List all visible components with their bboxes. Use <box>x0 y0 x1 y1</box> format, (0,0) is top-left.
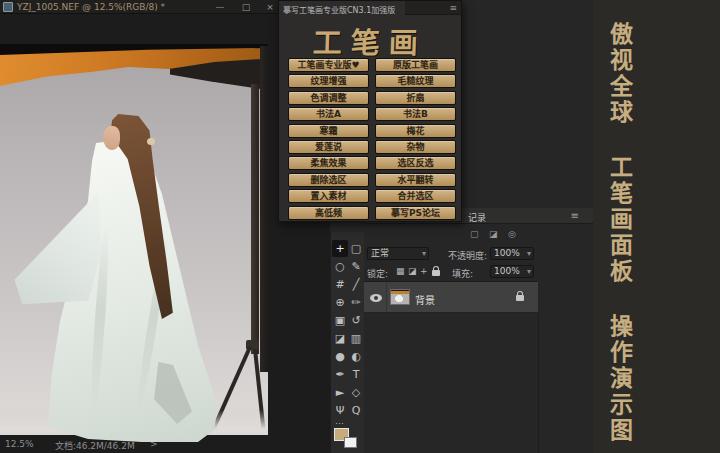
close-button[interactable]: × <box>262 1 278 13</box>
fill-select[interactable]: 100% ▾ <box>490 265 534 278</box>
canvas-image[interactable] <box>0 44 268 446</box>
layer-name: 背景 <box>415 292 435 307</box>
marquee-tool-icon[interactable]: ▢ <box>348 240 364 257</box>
filter-smart-object-icon[interactable]: ◎ <box>508 229 516 239</box>
history-brush-tool-icon[interactable]: ↺ <box>348 312 364 329</box>
type-tool-icon[interactable]: T <box>348 366 364 383</box>
path-select-tool-icon[interactable]: ► <box>332 384 348 401</box>
gongbi-panel-title: 工笔画 <box>278 19 461 61</box>
divider <box>386 282 387 312</box>
gongbi-button-frequency-separation[interactable]: 高低频 <box>288 206 369 220</box>
layer-visibility-eye-icon[interactable] <box>370 294 382 302</box>
eyedropper-tool-icon[interactable]: ╱ <box>348 276 364 293</box>
lock-transparent-icon[interactable]: ▦ <box>396 266 405 276</box>
gongbi-button-grid: 工笔画专业版♥ 原版工笔画 纹理增强 毛糙纹理 色调调整 折扇 书法A 书法B … <box>288 58 456 220</box>
tab-history[interactable]: 记录 <box>468 211 486 224</box>
brush-tool-icon[interactable]: ✏ <box>348 294 364 311</box>
gongbi-button-forum[interactable]: 摹写PS论坛 <box>375 206 456 220</box>
lasso-tool-icon[interactable]: ○ <box>332 258 348 275</box>
lock-label: 锁定: <box>367 267 388 280</box>
eraser-tool-icon[interactable]: ◪ <box>332 330 348 347</box>
photo-light-stand-pole <box>251 84 259 354</box>
gongbi-button-invert-selection[interactable]: 选区反选 <box>375 156 456 170</box>
chevron-down-icon: ▾ <box>527 266 531 277</box>
gongbi-button-merge-selection[interactable]: 合并选区 <box>375 189 456 203</box>
zoom-tool-icon[interactable]: Q <box>348 402 364 419</box>
gongbi-button-pro[interactable]: 工笔画专业版♥ <box>288 58 369 72</box>
lock-position-icon[interactable]: + <box>420 266 428 276</box>
layers-filter-row: ▢ ◪ ◎ <box>364 226 593 243</box>
gongbi-button-rough-texture[interactable]: 毛糙纹理 <box>375 74 456 88</box>
photoshop-screen: YZJ_1005.NEF @ 12.5%(RGB/8) * — □ × <box>0 0 720 453</box>
quick-select-tool-icon[interactable]: ✎ <box>348 258 364 275</box>
gongbi-button-props[interactable]: 杂物 <box>375 140 456 154</box>
layer-lock-icon <box>516 295 524 301</box>
blend-mode-select[interactable]: 正常 ▾ <box>367 247 429 260</box>
gongbi-button-frost[interactable]: 寒霜 <box>288 124 369 138</box>
gongbi-button-calligraphy-a[interactable]: 书法A <box>288 107 369 121</box>
lock-pixels-icon[interactable]: ◪ <box>408 266 417 276</box>
tools-panel: + ▢ ○ ✎ # ╱ ⊕ ✏ ▣ ↺ ◪ ▥ ● ◐ ✒ T ► ◇ Ψ Q … <box>330 232 364 453</box>
tools-grid: + ▢ ○ ✎ # ╱ ⊕ ✏ ▣ ↺ ◪ ▥ ● ◐ ✒ T ► ◇ Ψ Q <box>331 240 365 419</box>
gongbi-button-folding-fan[interactable]: 折扇 <box>375 91 456 105</box>
gongbi-extension-panel: 摹写工笔画专业版CN3.1加强版 ≡ 工笔画 工笔画专业版♥ 原版工笔画 纹理增… <box>278 0 462 222</box>
filter-pixel-icon[interactable]: ▢ <box>470 229 479 239</box>
fill-label: 填充: <box>452 267 473 280</box>
tools-more-icon[interactable]: … <box>335 416 344 426</box>
gongbi-button-flip-horizontal[interactable]: 水平翻转 <box>375 173 456 187</box>
lock-all-icon[interactable] <box>432 270 440 276</box>
chevron-down-icon: ▾ <box>422 248 426 259</box>
minimize-button[interactable]: — <box>212 1 228 13</box>
healing-brush-tool-icon[interactable]: ⊕ <box>332 294 348 311</box>
gongbi-button-texture-enhance[interactable]: 纹理增强 <box>288 74 369 88</box>
panel-divider <box>538 313 539 453</box>
right-banner: 傲视全球 工笔画面板 操作演示图 <box>593 0 720 453</box>
document-title: YZJ_1005.NEF @ 12.5%(RGB/8) * <box>17 2 165 12</box>
gongbi-button-tone-adjust[interactable]: 色调调整 <box>288 91 369 105</box>
layer-thumbnail[interactable] <box>390 289 410 305</box>
fill-value: 100% <box>494 266 520 276</box>
document-size-info: 文档:46.2M/46.2M <box>55 439 135 452</box>
gongbi-menu-icon[interactable]: ≡ <box>449 3 457 13</box>
layers-lock-row: 锁定: ▦ ◪ + 填充: 100% ▾ <box>364 263 593 281</box>
blur-tool-icon[interactable]: ● <box>332 348 348 365</box>
gongbi-tab-label: 摹写工笔画专业版CN3.1加强版 <box>283 4 403 15</box>
opacity-value: 100% <box>494 248 520 258</box>
gongbi-button-soft-focus[interactable]: 柔焦效果 <box>288 156 369 170</box>
gongbi-button-calligraphy-b[interactable]: 书法B <box>375 107 456 121</box>
gongbi-button-delete-selection[interactable]: 删除选区 <box>288 173 369 187</box>
document-file-icon <box>3 2 13 12</box>
background-color-swatch[interactable] <box>344 437 357 448</box>
move-tool-icon[interactable]: + <box>332 240 348 257</box>
pen-tool-icon[interactable]: ✒ <box>332 366 348 383</box>
photo-frame-edge <box>260 46 268 372</box>
dodge-tool-icon[interactable]: ◐ <box>348 348 364 365</box>
opacity-label: 不透明度: <box>448 249 487 262</box>
photo-woman-face <box>103 126 120 150</box>
gongbi-tab[interactable]: 摹写工笔画专业版CN3.1加强版 <box>279 1 405 15</box>
panel-menu-icon[interactable]: ≡ <box>571 210 579 221</box>
gongbi-button-place-material[interactable]: 置入素材 <box>288 189 369 203</box>
layers-blend-row: 正常 ▾ 不透明度: 100% ▾ <box>364 245 593 263</box>
crop-tool-icon[interactable]: # <box>332 276 348 293</box>
zoom-level-field[interactable]: 12.5% <box>5 439 34 449</box>
vertical-banner-text: 傲视全球 工笔画面板 操作演示图 <box>605 22 633 446</box>
photo-hair-accessory <box>147 138 155 145</box>
gradient-tool-icon[interactable]: ▥ <box>348 330 364 347</box>
clone-stamp-tool-icon[interactable]: ▣ <box>332 312 348 329</box>
gongbi-tabstrip: 摹写工笔画专业版CN3.1加强版 ≡ <box>279 1 461 15</box>
gongbi-button-original[interactable]: 原版工笔画 <box>375 58 456 72</box>
opacity-select[interactable]: 100% ▾ <box>490 247 534 260</box>
maximize-button[interactable]: □ <box>238 1 254 13</box>
gongbi-button-lotus[interactable]: 爱莲说 <box>288 140 369 154</box>
chevron-down-icon: ▾ <box>527 248 531 259</box>
filter-adjustment-icon[interactable]: ◪ <box>489 229 498 239</box>
blend-mode-value: 正常 <box>371 248 389 258</box>
layer-row-background[interactable]: 背景 <box>364 281 538 313</box>
gongbi-button-plum-blossom[interactable]: 梅花 <box>375 124 456 138</box>
shape-tool-icon[interactable]: ◇ <box>348 384 364 401</box>
